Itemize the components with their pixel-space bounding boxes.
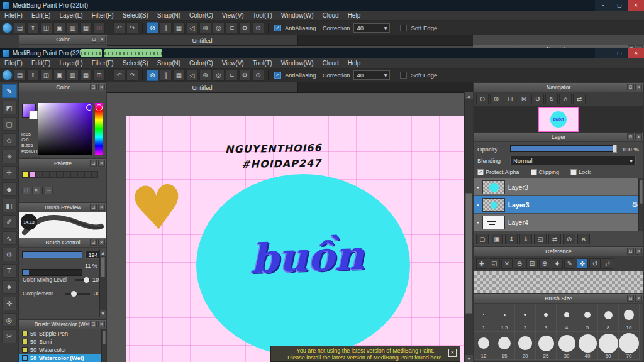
antialiasing-checkbox[interactable]: ✓ [274, 72, 281, 79]
slider-knob[interactable] [84, 277, 89, 283]
snap-move-icon[interactable]: ⊕ [252, 70, 264, 81]
correction-dropdown[interactable]: 40 ▾ [353, 70, 390, 80]
menu-window[interactable]: Window(W) [277, 12, 318, 19]
sv-marker[interactable] [86, 104, 92, 111]
palette-swatch[interactable] [57, 171, 64, 178]
brush-size-option[interactable]: 15 [494, 332, 515, 360]
paste-icon[interactable]: ▥ [67, 70, 79, 81]
rotate-ccw-icon[interactable]: ↺ [531, 94, 544, 104]
brush-item[interactable]: 50 Watercolor [19, 346, 106, 354]
snap-move-icon[interactable]: ⊕ [252, 22, 264, 33]
menu-view[interactable]: View(V) [218, 12, 248, 19]
lock-checkbox[interactable] [570, 169, 577, 175]
delete-layer-icon[interactable]: ✕ [577, 234, 590, 244]
close-icon[interactable]: ✕ [98, 160, 105, 167]
notification-close-icon[interactable]: ✕ [448, 349, 457, 357]
navigator-thumbnail[interactable]: buồn [538, 107, 579, 132]
visibility-icon[interactable]: ● [477, 203, 479, 207]
rotate-cw-icon[interactable]: ↻ [545, 94, 558, 104]
popout-icon[interactable]: ⊡ [90, 204, 97, 211]
brush-size-option[interactable]: 12 [474, 332, 494, 360]
popout-icon[interactable]: ⊡ [627, 295, 634, 302]
export-icon[interactable]: ⇑ [27, 70, 39, 81]
brush-size-option[interactable]: 8 [598, 304, 619, 332]
scroll-thumb[interactable] [103, 331, 106, 344]
maximize-icon[interactable]: ▢ [611, 0, 628, 11]
menu-cloud[interactable]: Cloud [318, 60, 343, 67]
close-icon[interactable]: ✕ [635, 295, 642, 302]
brush-size-option[interactable]: 70 [619, 332, 640, 360]
brush-opacity-slider[interactable] [22, 269, 82, 276]
menu-file[interactable]: File(F) [0, 12, 27, 19]
menu-layer[interactable]: Layer(L) [55, 60, 87, 67]
soft-edge-checkbox[interactable] [400, 72, 407, 79]
zoom-in-icon[interactable]: ⊕ [539, 258, 550, 269]
snap-curve-icon[interactable]: ⊂ [226, 70, 238, 81]
operation-tool-icon[interactable]: ⚙ [2, 248, 17, 261]
menu-file[interactable]: File(F) [0, 60, 27, 67]
undo-icon[interactable]: ↶ [113, 70, 125, 81]
complement-slider[interactable] [65, 293, 90, 295]
comment-icon[interactable]: ◫ [40, 70, 52, 81]
hand-icon[interactable]: ✜ [577, 258, 588, 269]
close-icon[interactable]: ✕ [98, 239, 105, 246]
actual-size-icon[interactable]: ⊠ [518, 94, 530, 104]
cloud-sync-icon[interactable] [2, 23, 13, 33]
background-color-swatch[interactable] [29, 111, 38, 119]
canvas-document[interactable]: ♥ NGUYENTHOI66 #HOIDAP247 buồn [126, 116, 464, 362]
clipping-checkbox[interactable] [531, 169, 537, 175]
close-icon[interactable]: ✕ [628, 0, 644, 11]
flip-view-icon[interactable]: ⇄ [573, 94, 586, 104]
clear-layer-icon[interactable]: ⊘ [563, 234, 575, 244]
slider-knob[interactable] [71, 291, 77, 297]
redo-icon[interactable]: ↷ [126, 22, 138, 33]
reference-folder-icon[interactable]: ◱ [489, 258, 500, 269]
fit-window-icon[interactable]: ⊡ [504, 94, 516, 104]
menu-snap[interactable]: Snap(N) [153, 12, 185, 19]
snap-settings-icon[interactable]: ⚙ [239, 70, 251, 81]
slider-knob[interactable] [613, 145, 617, 153]
snap-ellipse-icon[interactable]: ◎ [213, 70, 225, 81]
palette-swatch[interactable] [64, 171, 70, 178]
popout-icon[interactable]: ⊡ [627, 84, 634, 90]
zoom-out-icon[interactable]: ⊖ [476, 94, 489, 104]
popout-icon[interactable]: ⊡ [90, 84, 97, 90]
visibility-icon[interactable]: ● [477, 185, 479, 189]
layers-scrollbar[interactable] [638, 178, 643, 231]
menu-layer[interactable]: Layer(L) [55, 12, 87, 19]
brush-size-option[interactable]: 50 [598, 332, 619, 360]
scroll-thumb[interactable] [101, 257, 105, 277]
reset-rotation-icon[interactable]: ⌂ [559, 94, 572, 104]
scroll-up-icon[interactable]: ▲ [100, 249, 106, 256]
merge-layer-icon[interactable]: ⇓ [519, 234, 532, 244]
brush-size-option[interactable]: 20 [515, 332, 536, 360]
layer-settings-gear-icon[interactable]: ⚙ [631, 200, 638, 209]
document-tab[interactable]: Untitled [107, 35, 298, 45]
palette-swatch[interactable] [43, 171, 50, 178]
brush-size-option[interactable]: 5 [577, 304, 598, 332]
zoom-in-icon[interactable]: ⊕ [490, 94, 502, 104]
export-icon[interactable]: ⇑ [27, 22, 39, 33]
snap-curve-icon[interactable]: ⊂ [226, 22, 238, 33]
new-layer-icon[interactable]: ▢ [476, 234, 489, 244]
visibility-icon[interactable]: ● [477, 221, 479, 224]
close-icon[interactable]: ✕ [98, 321, 105, 327]
brush-list-scrollbar[interactable] [101, 329, 106, 362]
color-mixing-slider[interactable] [75, 279, 90, 281]
brush-size-option[interactable]: 25 [536, 332, 557, 360]
gradient-tool-icon[interactable]: ◧ [2, 199, 17, 212]
palette-swatch[interactable] [70, 171, 77, 178]
snap-parallel-icon[interactable]: ∥ [160, 22, 172, 33]
zoom-out-icon[interactable]: ⊖ [514, 258, 525, 269]
close-icon[interactable]: ✕ [628, 48, 644, 58]
menu-snap[interactable]: Snap(N) [153, 60, 185, 67]
snap-off-icon[interactable]: ⊘ [147, 22, 158, 33]
snap-off-icon[interactable]: ⊘ [147, 70, 158, 81]
palette-menu-icon[interactable]: — [45, 187, 53, 194]
menu-window[interactable]: Window(W) [277, 60, 318, 67]
popout-icon[interactable]: ⊡ [90, 239, 97, 246]
smudge-tool-icon[interactable]: ∿ [2, 231, 17, 245]
move-tool-icon[interactable]: ✛ [2, 166, 17, 180]
hue-marker[interactable] [96, 104, 103, 111]
menu-edit[interactable]: Edit(E) [27, 60, 55, 67]
